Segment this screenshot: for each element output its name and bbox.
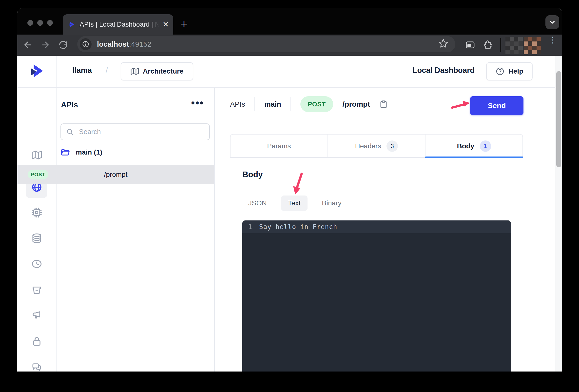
- sidebar-item-storage[interactable]: [32, 285, 42, 295]
- search-input[interactable]: [78, 128, 204, 136]
- database-icon: [32, 233, 42, 243]
- sidebar-item-schedules[interactable]: [32, 259, 42, 269]
- request-path: /prompt: [343, 100, 370, 108]
- tab-body-label: Body: [457, 142, 474, 150]
- breadcrumb-apis: APIs: [230, 100, 245, 108]
- body-mode-switcher: JSON Text Binary: [248, 195, 341, 211]
- request-tabs: Params Headers 3 Body 1: [230, 134, 523, 158]
- endpoint-list-item-selected[interactable]: POST /prompt: [17, 165, 214, 184]
- active-tab-underline: [425, 157, 523, 158]
- breadcrumb-group: main: [264, 100, 281, 108]
- tab-params-label: Params: [267, 142, 291, 150]
- clock-icon: [32, 259, 42, 269]
- architecture-button[interactable]: Architecture: [121, 62, 193, 80]
- scrollbar-thumb[interactable]: [556, 71, 561, 167]
- help-label: Help: [508, 67, 523, 75]
- bookmark-star-icon: [438, 38, 448, 49]
- reload-icon: [59, 40, 68, 50]
- chevron-down-icon: [549, 18, 556, 26]
- window-minimize-button[interactable]: [37, 20, 43, 26]
- app-header: llama / Architecture Local Dashboard Hel…: [17, 56, 555, 88]
- api-group-row[interactable]: main (1): [61, 148, 102, 157]
- chat-bubbles-icon: [32, 362, 42, 372]
- toolbar-divider: [500, 38, 501, 52]
- storage-bucket-icon: [32, 285, 42, 295]
- sidebar-item-topics[interactable]: [32, 310, 42, 320]
- picture-in-picture-button[interactable]: [463, 38, 477, 52]
- apis-panel-title: APIs: [61, 100, 78, 109]
- editor-active-line: 1 Say hello in French: [242, 221, 511, 233]
- body-text-editor[interactable]: 1 Say hello in French: [242, 221, 511, 372]
- profile-avatar[interactable]: [524, 37, 541, 54]
- browser-window: APIs | Local Dashboard | Nitric ✕ +: [17, 8, 562, 372]
- forward-button[interactable]: [39, 38, 52, 52]
- url-host: localhost: [97, 40, 129, 48]
- folder-open-icon: [61, 148, 70, 157]
- annotation-arrow-to-send: [451, 98, 470, 112]
- editor-line-number: 1: [248, 223, 259, 231]
- dashboard-title: Local Dashboard: [401, 66, 475, 75]
- window-close-button[interactable]: [27, 20, 33, 26]
- profile-avatar[interactable]: [506, 37, 523, 54]
- method-badge: POST: [28, 170, 48, 179]
- url-port: :49152: [129, 40, 151, 48]
- sidebar-item-secrets[interactable]: [32, 336, 42, 346]
- apis-panel-menu-icon[interactable]: •••: [191, 97, 204, 109]
- tab-title: APIs | Local Dashboard | Nitric: [80, 21, 159, 28]
- tab-headers-label: Headers: [355, 142, 381, 150]
- page-scrollbar[interactable]: [555, 56, 562, 372]
- back-button[interactable]: [21, 38, 35, 52]
- project-name: llama: [72, 66, 92, 75]
- sidebar-item-feedback[interactable]: [32, 362, 42, 372]
- reload-button[interactable]: [56, 38, 70, 52]
- address-bar[interactable]: localhost:49152: [77, 36, 455, 52]
- forward-arrow-icon: [40, 40, 50, 50]
- megaphone-icon: [32, 310, 42, 320]
- send-button[interactable]: Send: [470, 96, 523, 115]
- search-box[interactable]: [61, 123, 210, 140]
- headers-count-badge: 3: [386, 141, 398, 152]
- help-button[interactable]: Help: [486, 62, 533, 80]
- copy-clipboard-icon[interactable]: [379, 100, 388, 108]
- sidebar-item-websockets[interactable]: [32, 207, 42, 218]
- tab-close-icon[interactable]: ✕: [163, 21, 169, 28]
- url-text: localhost:49152: [97, 40, 151, 48]
- browser-tab[interactable]: APIs | Local Dashboard | Nitric ✕: [63, 14, 173, 35]
- annotation-arrow-to-text: [291, 172, 305, 196]
- extensions-button[interactable]: [481, 38, 495, 52]
- browser-menu-button[interactable]: ⋮: [548, 38, 558, 52]
- info-icon: [82, 40, 89, 48]
- new-tab-button[interactable]: +: [181, 18, 187, 30]
- map-icon: [131, 67, 139, 76]
- site-info-button[interactable]: [80, 38, 92, 50]
- lock-icon: [32, 336, 42, 346]
- api-group-label: main (1): [76, 148, 102, 156]
- breadcrumb-separator: /: [106, 65, 108, 75]
- bookmark-button[interactable]: [438, 38, 448, 49]
- tab-body[interactable]: Body 1: [426, 135, 522, 158]
- tab-headers[interactable]: Headers 3: [328, 135, 426, 158]
- body-count-badge: 1: [480, 141, 491, 152]
- tab-search-chevron-button[interactable]: [545, 15, 559, 29]
- nitric-logo: [29, 63, 45, 79]
- mode-binary[interactable]: Binary: [322, 199, 341, 207]
- browser-toolbar: localhost:49152 ⋮: [17, 35, 562, 56]
- window-zoom-button[interactable]: [47, 20, 53, 26]
- sidebar-item-architecture[interactable]: [32, 150, 42, 160]
- nitric-favicon: [67, 20, 75, 29]
- endpoint-path: /prompt: [56, 165, 175, 184]
- sidebar-item-databases[interactable]: [32, 233, 42, 243]
- body-section-title: Body: [242, 170, 263, 179]
- mode-json[interactable]: JSON: [248, 199, 267, 207]
- extensions-puzzle-icon: [483, 40, 493, 50]
- dashboard-page: llama / Architecture Local Dashboard Hel…: [17, 56, 555, 372]
- cpu-chip-icon: [32, 207, 42, 218]
- search-icon: [66, 128, 73, 136]
- architecture-label: Architecture: [143, 67, 184, 75]
- mode-text[interactable]: Text: [281, 196, 307, 211]
- picture-in-picture-icon: [465, 40, 475, 50]
- help-question-icon: [496, 67, 505, 76]
- map-icon: [32, 150, 42, 160]
- tab-params[interactable]: Params: [230, 135, 328, 158]
- editor-line-text: Say hello in French: [259, 223, 337, 231]
